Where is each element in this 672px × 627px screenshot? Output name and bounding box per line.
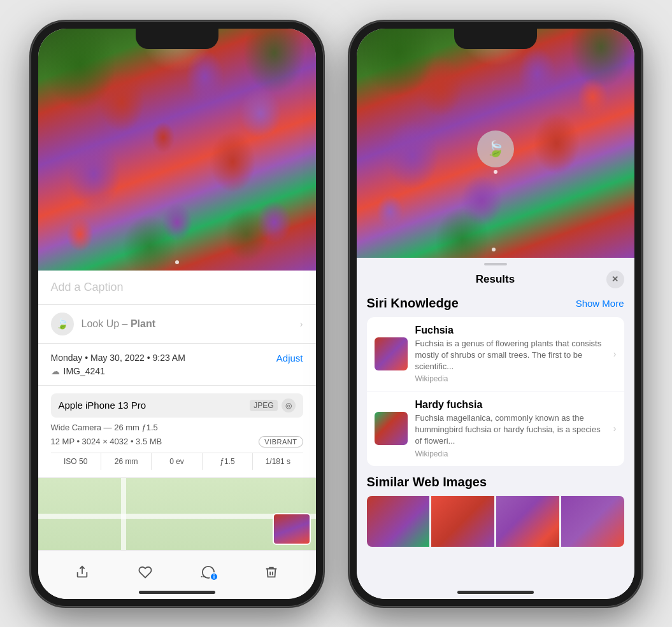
similar-img-1[interactable] <box>367 496 430 547</box>
right-screen: 🍃 Results ✕ Siri Knowledge <box>357 29 634 599</box>
siri-dot <box>494 170 497 174</box>
home-indicator <box>139 591 215 594</box>
fuchsia-name: Fuchsia <box>415 325 606 336</box>
lookup-icon: 🍃 <box>51 313 74 335</box>
lookup-row[interactable]: 🍃 Look Up – Plant › <box>38 305 316 344</box>
similar-images-grid[interactable] <box>367 496 624 547</box>
flower-photo-left[interactable] <box>38 29 316 271</box>
hardy-source: Wikipedia <box>415 449 606 458</box>
visual-search-button[interactable]: 🍃 <box>477 130 514 167</box>
left-phone: Add a Caption 🍃 Look Up – Plant › Monday… <box>31 21 324 607</box>
caption-placeholder[interactable]: Add a Caption <box>51 281 124 293</box>
hardy-thumbnail <box>375 412 408 445</box>
similar-section: Similar Web Images <box>367 475 624 547</box>
similar-title: Similar Web Images <box>367 475 624 490</box>
caption-area[interactable]: Add a Caption <box>38 271 316 305</box>
filename: IMG_4241 <box>64 366 105 376</box>
info-button[interactable]: i <box>194 558 222 586</box>
map-section[interactable] <box>38 478 316 550</box>
drag-handle[interactable] <box>357 258 634 268</box>
heart-button[interactable] <box>131 558 159 586</box>
knowledge-card: Fuchsia Fuchsia is a genus of flowering … <box>367 317 624 466</box>
page-dot-right <box>492 248 496 251</box>
fuchsia-chevron: › <box>613 349 617 359</box>
results-header: Results ✕ <box>357 268 634 296</box>
camera-section: Apple iPhone 13 Pro JPEG ◎ Wide Camera —… <box>38 386 316 478</box>
siri-knowledge-title: Siri Knowledge <box>367 296 459 311</box>
show-more-button[interactable]: Show More <box>576 298 624 309</box>
map-thumbnail <box>273 513 311 545</box>
camera-mp: 12 MP • 3024 × 4032 • 3.5 MB <box>51 437 162 446</box>
exif-ev: 0 ev <box>152 453 202 470</box>
meta-date: Monday • May 30, 2022 • 9:23 AM <box>51 353 185 363</box>
exif-aperture: ƒ1.5 <box>203 453 253 470</box>
camera-specs: Wide Camera — 26 mm ƒ1.5 <box>51 423 303 432</box>
svg-point-4 <box>204 576 205 577</box>
page-dot <box>175 260 179 264</box>
results-content[interactable]: Siri Knowledge Show More Fuchsia Fuchsia… <box>357 296 634 599</box>
exif-row: ISO 50 26 mm 0 ev ƒ1.5 1/181 s <box>51 453 303 470</box>
hardy-chevron: › <box>613 423 617 433</box>
right-phone: 🍃 Results ✕ Siri Knowledge <box>349 21 642 607</box>
handle-bar <box>484 263 507 265</box>
similar-img-4[interactable] <box>561 496 624 547</box>
flower-photo-right[interactable]: 🍃 <box>357 29 634 258</box>
hardy-text: Hardy fuchsia Fuchsia magellanica, commo… <box>415 399 606 458</box>
notch-right <box>454 29 537 49</box>
exif-iso: ISO 50 <box>51 453 101 470</box>
camera-model: Apple iPhone 13 Pro <box>59 400 147 411</box>
vibrant-badge: VIBRANT <box>259 436 303 447</box>
trash-button[interactable] <box>257 558 285 586</box>
notch <box>136 29 218 49</box>
exif-focal: 26 mm <box>101 453 152 470</box>
siri-knowledge-header: Siri Knowledge Show More <box>367 296 624 311</box>
hardy-name: Hardy fuchsia <box>415 399 606 411</box>
location-icon: ◎ <box>282 398 296 412</box>
results-title: Results <box>385 273 606 286</box>
lookup-chevron: › <box>300 319 303 329</box>
svg-point-3 <box>201 576 202 577</box>
knowledge-item-fuchsia[interactable]: Fuchsia Fuchsia is a genus of flowering … <box>367 317 624 392</box>
left-screen: Add a Caption 🍃 Look Up – Plant › Monday… <box>38 29 316 599</box>
info-badge: i <box>213 574 215 580</box>
knowledge-item-hardy-fuchsia[interactable]: Hardy fuchsia Fuchsia magellanica, commo… <box>367 391 624 466</box>
similar-img-2[interactable] <box>431 496 494 547</box>
share-button[interactable] <box>68 558 96 586</box>
home-indicator-right <box>457 591 534 594</box>
lookup-label: Look Up – Plant <box>82 318 156 330</box>
adjust-button[interactable]: Adjust <box>276 353 303 363</box>
similar-img-3[interactable] <box>496 496 559 547</box>
leaf-icon: 🍃 <box>486 140 505 158</box>
fuchsia-text: Fuchsia Fuchsia is a genus of flowering … <box>415 325 606 384</box>
cloud-icon: ☁ <box>51 366 60 376</box>
svg-point-2 <box>203 576 204 577</box>
jpeg-badge: JPEG <box>250 400 277 411</box>
hardy-desc: Fuchsia magellanica, commonly known as t… <box>415 412 606 447</box>
results-panel: Results ✕ Siri Knowledge Show More <box>357 258 634 599</box>
meta-section: Monday • May 30, 2022 • 9:23 AM Adjust ☁… <box>38 344 316 386</box>
fuchsia-desc: Fuchsia is a genus of flowering plants t… <box>415 338 606 373</box>
fuchsia-thumbnail <box>375 337 408 370</box>
fuchsia-source: Wikipedia <box>415 374 606 383</box>
close-button[interactable]: ✕ <box>606 271 624 288</box>
exif-shutter: 1/181 s <box>253 453 303 470</box>
